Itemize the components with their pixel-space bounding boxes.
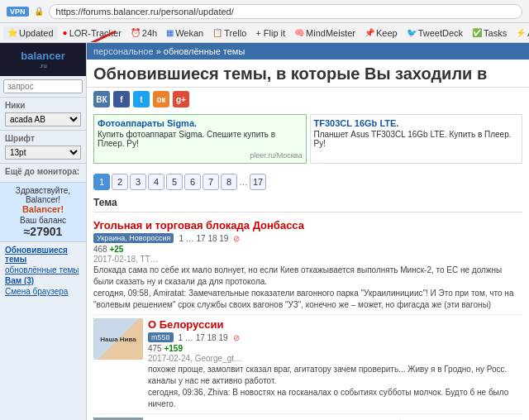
bookmark-keep[interactable]: 📌 Keep	[360, 26, 402, 40]
ad1-title[interactable]: Фотоаппараты Sigma.	[98, 118, 303, 128]
topic-count-1: 468	[93, 245, 107, 254]
topic-item-2: Наша Нива О Белоруссии m558 1 … 17 18 19…	[93, 315, 522, 414]
bookmarks-bar: ⭐ Updated ● LOR-Tracker ⏰ 24h ▦ Wekan 📋 …	[0, 23, 529, 43]
font-section-title: Шрифт	[5, 134, 81, 143]
sidebar-link-updated-topics[interactable]: Обновившиеся темы	[5, 246, 81, 264]
topic-title-2[interactable]: О Белоруссии	[148, 318, 522, 331]
topic-excerpt2b: сегодня, 09:36, Zhiva: В новостях на гос…	[148, 387, 522, 410]
sidebar-search-area	[0, 76, 86, 97]
sidebar-section-monitor: Ещё до монитора:	[0, 163, 86, 182]
ad-box-1: Фотоаппараты Sigma. Купить фотоаппарат S…	[93, 114, 307, 164]
bookmark-trello[interactable]: 📋 Trello	[208, 26, 250, 40]
ad2-title[interactable]: TF303CL 16Gb LTE.	[314, 118, 519, 128]
page-btn-6[interactable]: 6	[184, 174, 201, 190]
topics-header: Тема	[93, 193, 522, 212]
bookmark-actions[interactable]: ⚡ Actions	[512, 26, 529, 40]
balance-number: ≈27901	[5, 225, 81, 238]
font-select[interactable]: 13pt	[5, 146, 81, 160]
tweet-icon: 🐦	[407, 28, 417, 37]
breadcrumb: персональное » обновлённые темы	[87, 43, 529, 60]
page-btn-8[interactable]: 8	[221, 174, 237, 190]
mind-icon: 🧠	[294, 28, 304, 37]
sidebar-link-for-you[interactable]: Вам (3)	[5, 276, 81, 285]
bookmark-updated[interactable]: ⭐ Updated	[3, 26, 58, 40]
topic-excerpt-1: Блокада сама по себе их мало волнует, но…	[93, 265, 522, 288]
topic-tag-2: m558	[148, 332, 174, 342]
main-content: персональное » обновлённые темы Обновивш…	[87, 43, 529, 420]
bookmark-24h[interactable]: ⏰ 24h	[126, 26, 161, 40]
monitor-title: Ещё до монитора:	[5, 167, 81, 176]
page-btn-4[interactable]: 4	[148, 174, 164, 190]
pagination: 1 2 3 4 5 6 7 8 … 17	[87, 170, 529, 193]
ad1-link: pleer.ru/Москва	[98, 151, 303, 160]
nicks-select[interactable]: acada AB	[5, 112, 81, 126]
topic-thumb-img-2: Наша Нива	[93, 318, 143, 360]
topic-body-1: Угольная и торговая блокада Донбасса Укр…	[93, 219, 522, 311]
balance-label: Ваш баланс	[5, 216, 81, 225]
page-btn-2[interactable]: 2	[112, 174, 128, 190]
trello-icon: 📋	[212, 28, 222, 37]
balance-greet: Здравствуйте, Balancer!	[5, 186, 81, 204]
topics-section: Тема Угольная и торговая блокада Донбасс…	[87, 193, 529, 420]
keep-icon: 📌	[365, 28, 374, 37]
page-btn-17[interactable]: 17	[250, 174, 266, 190]
browser-bar: VPN 🔒 https://forums.balancer.ru/persona…	[0, 0, 529, 23]
topic-date-2: 2017-02-24, George_gt…	[148, 354, 522, 363]
topic-thumb-2: Наша Нива	[93, 318, 143, 360]
page-wrapper: balancer .ru Ники acada AB Шрифт 13pt Ещ…	[0, 43, 529, 420]
ad-box-2: TF303CL 16Gb LTE. Планшет Asus TF303CL 1…	[310, 114, 523, 164]
ad-row: Фотоаппараты Sigma. Купить фотоаппарат S…	[87, 111, 529, 167]
balance-name: Balancer!	[5, 204, 81, 214]
bookmark-lor-tracker[interactable]: ● LOR-Tracker	[59, 26, 126, 40]
topic-meta-1: Украина, Новороссия 1 … 17 18 19 ⊘	[93, 233, 522, 243]
page-title: Обновившиеся темы, в которые Вы заходили…	[87, 60, 529, 88]
sidebar-link-browser[interactable]: Смена браузера	[5, 287, 81, 296]
bookmark-flipit[interactable]: + Flip it	[251, 26, 289, 40]
sidebar-logo: balancer .ru	[0, 43, 86, 76]
bookmark-tweetdeck[interactable]: 🐦 TweetDeck	[403, 26, 467, 40]
page-btn-1[interactable]: 1	[93, 174, 110, 190]
url-bar[interactable]: https://forums.balancer.ru/personal/upda…	[49, 4, 522, 19]
lock-icon: 🔒	[34, 7, 44, 16]
bookmark-mindmeister[interactable]: 🧠 MindMeister	[290, 26, 360, 40]
bookmark-tasks[interactable]: ✅ Tasks	[468, 26, 511, 40]
actions-icon: ⚡	[516, 28, 526, 37]
updated-icon: ⭐	[7, 28, 17, 37]
breadcrumb-separator: »	[156, 46, 164, 56]
logo-text: balancer	[3, 50, 83, 62]
sidebar-section-font: Шрифт 13pt	[0, 130, 86, 163]
topic-excerpt-2: похоже проще, замолвит сказал враг, агит…	[148, 364, 522, 387]
topic-date-1: 2017-02-18, TT…	[93, 255, 522, 264]
topic-count-2: 475	[148, 344, 162, 353]
clock-icon: ⏰	[131, 28, 141, 37]
topic-meta-2: m558 1 … 17 18 19 ⊘	[148, 332, 522, 342]
topic-block-icon-1[interactable]: ⊘	[233, 234, 240, 243]
breadcrumb-personal[interactable]: персональное	[93, 46, 154, 56]
bookmark-wekan[interactable]: ▦ Wekan	[162, 26, 207, 40]
topic-block-icon-2[interactable]: ⊘	[233, 333, 240, 342]
breadcrumb-current: обновлённые темы	[164, 46, 245, 56]
page-btn-7[interactable]: 7	[203, 174, 219, 190]
social-gp-button[interactable]: g+	[173, 91, 189, 107]
social-tw-button[interactable]: t	[133, 91, 150, 107]
thumb-label-2: Наша Нива	[100, 336, 136, 343]
topic-new-1: +25	[109, 245, 123, 254]
topic-title-1[interactable]: Угольная и торговая блокада Донбасса	[93, 219, 522, 231]
page-btn-5[interactable]: 5	[166, 174, 183, 190]
sidebar-section-nicks: Ники acada AB	[0, 97, 86, 130]
social-ok-button[interactable]: ок	[153, 91, 169, 107]
vpn-badge: VPN	[7, 7, 29, 17]
search-input[interactable]	[3, 79, 83, 93]
social-bar: ВК f t ок g+	[87, 88, 529, 111]
topic-excerpt1b: сегодня, 09:58, Amiratat: Замечательные …	[93, 288, 522, 311]
topic-pages-1: 1 … 17 18 19	[179, 234, 228, 243]
tasks-icon: ✅	[472, 28, 482, 37]
topic-tag-1: Украина, Новороссия	[93, 233, 174, 243]
ad2-text: Планшет Asus TF303CL 16Gb LTE. Купить в …	[314, 130, 519, 148]
nicks-section-title: Ники	[5, 101, 81, 110]
logo-sub: .ru	[3, 62, 83, 69]
sidebar-link-updated[interactable]: обновлённые темы	[5, 265, 81, 274]
social-vk-button[interactable]: ВК	[93, 91, 110, 107]
page-btn-3[interactable]: 3	[130, 174, 146, 190]
social-fb-button[interactable]: f	[113, 91, 130, 107]
